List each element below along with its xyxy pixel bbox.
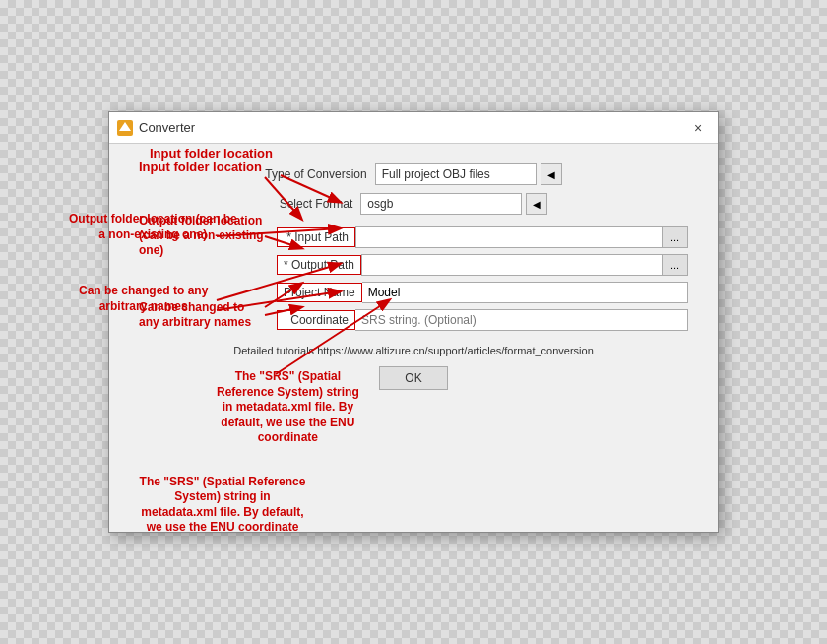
close-button[interactable]: ×	[686, 116, 710, 140]
svg-marker-0	[119, 122, 131, 131]
ok-button-row: OK	[139, 366, 688, 390]
project-name-row: Project Name	[277, 282, 688, 303]
spacer	[139, 390, 688, 508]
input-path-browse-btn[interactable]: ...	[663, 226, 688, 248]
coordinate-label: Coordinate	[277, 310, 355, 330]
output-path-row: * Output Path ...	[277, 254, 688, 276]
type-conversion-label: Type of Conversion	[265, 167, 366, 181]
title-bar: Converter ×	[109, 112, 718, 144]
tutorial-link: Detailed tutorials https://www.altizure.…	[139, 345, 688, 356]
project-name-field[interactable]	[362, 282, 688, 303]
converter-window: Converter × Type of Conversion ◀ Select …	[108, 111, 719, 533]
input-path-field[interactable]	[355, 226, 663, 248]
type-conversion-input[interactable]	[375, 163, 537, 185]
select-format-label: Select Format	[280, 197, 353, 211]
window-content: Type of Conversion ◀ Select Format ◀ * I…	[109, 144, 718, 532]
coordinate-field[interactable]	[355, 309, 688, 331]
input-path-row: * Input Path ...	[277, 226, 688, 248]
select-format-input[interactable]	[360, 193, 522, 215]
type-conversion-dropdown-container: ◀	[375, 163, 562, 185]
window-title: Converter	[139, 120, 680, 135]
ok-button[interactable]: OK	[379, 366, 448, 390]
annotation-arbitrary-names: Can be changed to any arbitrary names	[139, 286, 267, 330]
output-path-browse-btn[interactable]: ...	[663, 254, 688, 276]
select-format-dropdown-container: ◀	[360, 193, 547, 215]
project-name-label: Project Name	[277, 283, 362, 302]
select-format-dropdown-btn[interactable]: ◀	[526, 193, 547, 215]
type-conversion-dropdown-btn[interactable]: ◀	[541, 163, 562, 185]
output-path-field[interactable]	[361, 254, 663, 276]
input-path-label: * Input Path	[277, 227, 355, 247]
app-icon	[117, 120, 133, 136]
output-path-label: * Output Path	[277, 255, 361, 275]
coordinate-row: Coordinate	[277, 309, 688, 331]
